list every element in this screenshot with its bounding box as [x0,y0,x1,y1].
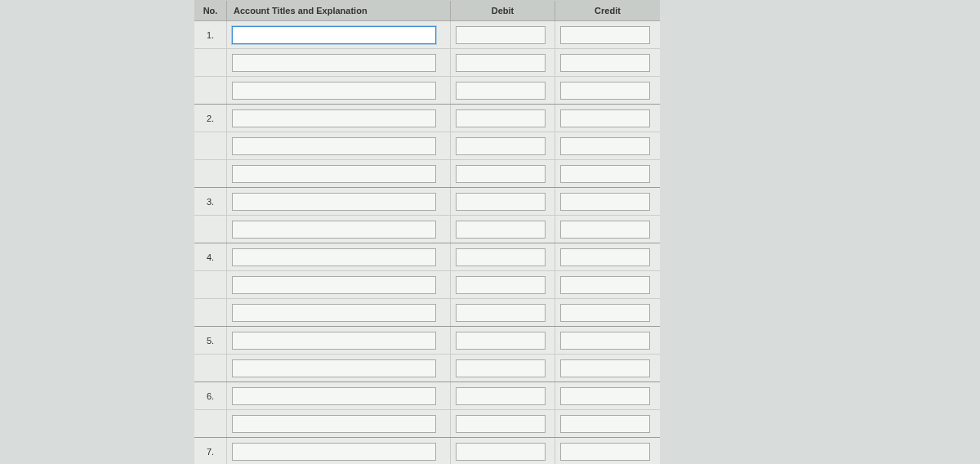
account-title-input[interactable] [232,415,436,433]
account-title-input[interactable] [232,193,436,211]
debit-input[interactable] [456,276,546,294]
credit-input[interactable] [560,304,650,322]
account-cell [227,188,451,215]
row-number [194,216,227,243]
debit-cell [451,132,555,159]
credit-cell [555,410,660,437]
debit-input[interactable] [456,193,546,211]
account-cell [227,327,451,354]
credit-cell [555,77,660,104]
row-number [194,355,227,381]
journal-entry-table: No. Account Titles and Explanation Debit… [194,0,660,464]
account-title-input[interactable] [232,165,436,183]
account-title-input[interactable] [232,332,436,350]
credit-input[interactable] [560,332,650,350]
debit-input[interactable] [456,109,546,127]
account-title-input[interactable] [232,137,436,155]
credit-input[interactable] [560,443,650,461]
row-number: 1. [194,21,227,48]
credit-cell [555,49,660,76]
credit-input[interactable] [560,82,650,100]
credit-input[interactable] [560,415,650,433]
account-title-input[interactable] [232,26,436,44]
debit-input[interactable] [456,359,546,377]
account-cell [227,271,451,298]
account-title-input[interactable] [232,276,436,294]
table-row [194,77,660,105]
credit-input[interactable] [560,221,650,239]
table-row: 2. [194,105,660,132]
debit-cell [451,216,555,243]
debit-input[interactable] [456,82,546,100]
row-number: 6. [194,382,227,409]
debit-input[interactable] [456,443,546,461]
debit-cell [451,327,555,354]
debit-input[interactable] [456,221,546,239]
debit-input[interactable] [456,137,546,155]
account-title-input[interactable] [232,221,436,239]
row-number [194,49,227,76]
account-title-input[interactable] [232,82,436,100]
row-number: 2. [194,105,227,132]
table-row: 5. [194,327,660,355]
account-title-input[interactable] [232,359,436,377]
row-number [194,77,227,104]
debit-input[interactable] [456,248,546,266]
table-row [194,299,660,327]
debit-cell [451,271,555,298]
header-account: Account Titles and Explanation [227,1,451,20]
debit-cell [451,438,555,464]
debit-cell [451,188,555,215]
account-title-input[interactable] [232,387,436,405]
credit-input[interactable] [560,26,650,44]
account-title-input[interactable] [232,304,436,322]
account-title-input[interactable] [232,54,436,72]
debit-input[interactable] [456,54,546,72]
credit-input[interactable] [560,165,650,183]
debit-cell [451,410,555,437]
table-row: 7. [194,438,660,464]
account-title-input[interactable] [232,443,436,461]
header-credit: Credit [555,1,660,20]
row-number [194,271,227,298]
debit-input[interactable] [456,415,546,433]
account-cell [227,438,451,464]
credit-cell [555,438,660,464]
row-number [194,410,227,437]
row-number: 4. [194,243,227,270]
row-number: 7. [194,438,227,464]
credit-input[interactable] [560,54,650,72]
debit-cell [451,77,555,104]
header-no: No. [194,1,227,20]
debit-input[interactable] [456,387,546,405]
credit-input[interactable] [560,109,650,127]
debit-input[interactable] [456,304,546,322]
row-number [194,299,227,326]
credit-cell [555,188,660,215]
table-row [194,271,660,299]
debit-input[interactable] [456,332,546,350]
table-row: 6. [194,382,660,410]
debit-cell [451,49,555,76]
credit-input[interactable] [560,276,650,294]
row-number: 3. [194,188,227,215]
account-title-input[interactable] [232,248,436,266]
account-cell [227,410,451,437]
account-title-input[interactable] [232,109,436,127]
row-number [194,132,227,159]
table-row: 4. [194,243,660,271]
debit-cell [451,105,555,132]
credit-input[interactable] [560,359,650,377]
debit-input[interactable] [456,26,546,44]
credit-input[interactable] [560,248,650,266]
credit-input[interactable] [560,387,650,405]
credit-input[interactable] [560,193,650,211]
debit-input[interactable] [456,165,546,183]
credit-cell [555,299,660,326]
debit-cell [451,355,555,381]
account-cell [227,299,451,326]
table-row [194,410,660,438]
debit-cell [451,382,555,409]
table-row [194,49,660,77]
credit-input[interactable] [560,137,650,155]
